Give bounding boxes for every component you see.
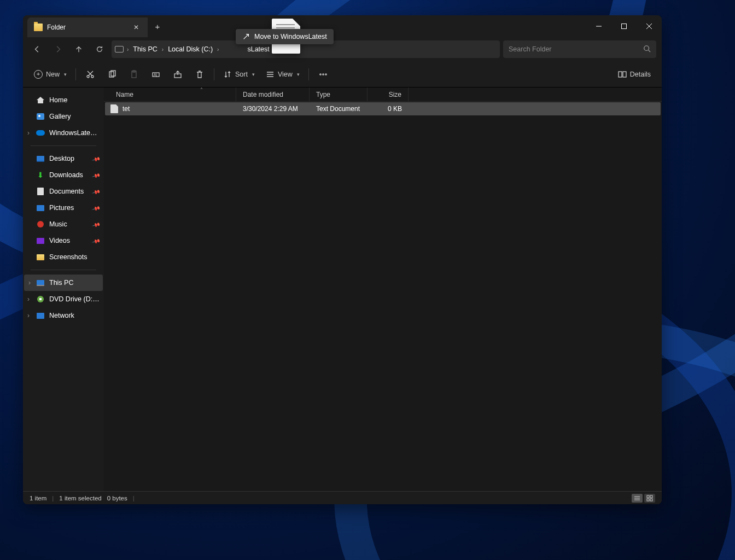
pin-icon: 📌 — [92, 171, 101, 179]
svg-point-7 — [91, 75, 94, 78]
sidebar-item-documents[interactable]: Documents📌 — [23, 183, 104, 200]
details-view-toggle[interactable] — [632, 494, 643, 503]
chevron-down-icon: ▾ — [64, 72, 67, 77]
folder-icon — [34, 24, 43, 31]
svg-point-4 — [644, 45, 649, 50]
svg-rect-24 — [623, 72, 626, 77]
sidebar-item-screenshots[interactable]: Screenshots — [23, 249, 104, 265]
sidebar-item-downloads[interactable]: ⬇Downloads📌 — [23, 167, 104, 183]
sidebar-item-videos[interactable]: Videos📌 — [23, 232, 104, 249]
paste-button[interactable] — [124, 66, 144, 83]
column-date[interactable]: Date modified — [236, 88, 310, 101]
new-tab-button[interactable]: + — [148, 15, 167, 37]
breadcrumb-folder[interactable]: Folder — [278, 45, 301, 53]
chevron-right-icon[interactable]: › — [125, 46, 131, 52]
sidebar-item-music[interactable]: Music📌 — [23, 216, 104, 232]
minimize-button[interactable] — [586, 15, 611, 37]
svg-rect-30 — [647, 499, 649, 501]
video-icon — [37, 238, 44, 244]
rename-button[interactable]: A| — [146, 66, 166, 83]
chevron-right-icon[interactable]: › — [160, 46, 166, 52]
svg-point-20 — [320, 73, 321, 74]
share-button[interactable] — [168, 66, 188, 83]
cloud-icon — [36, 130, 45, 136]
column-name[interactable]: Name — [104, 88, 236, 101]
view-label: View — [278, 71, 293, 78]
folder-icon — [37, 254, 44, 260]
pc-icon — [37, 280, 44, 286]
sidebar-item-gallery[interactable]: Gallery — [23, 108, 104, 125]
details-icon — [618, 70, 627, 79]
svg-point-21 — [323, 73, 324, 74]
search-box[interactable] — [503, 40, 656, 58]
new-button[interactable]: + New ▾ — [30, 66, 71, 83]
pc-icon — [115, 46, 124, 52]
pin-icon: 📌 — [92, 203, 101, 212]
column-size[interactable]: Size — [368, 88, 409, 101]
details-button[interactable]: Details — [614, 66, 655, 83]
svg-text:A|: A| — [154, 73, 158, 77]
pictures-icon — [37, 205, 44, 211]
view-icon — [266, 70, 275, 79]
column-headers: Name Date modified Type Size — [104, 88, 662, 102]
close-button[interactable] — [637, 15, 662, 37]
chevron-right-icon[interactable]: › — [272, 46, 278, 52]
svg-point-22 — [325, 73, 326, 74]
copy-button[interactable] — [102, 66, 122, 83]
sidebar-item-home[interactable]: Home — [23, 92, 104, 108]
new-label: New — [46, 71, 60, 78]
file-type: Text Document — [310, 105, 368, 113]
pin-icon: 📌 — [92, 187, 101, 196]
svg-line-5 — [649, 50, 651, 52]
tab-close-button[interactable]: ✕ — [131, 22, 141, 32]
sidebar-item-thispc[interactable]: This PC — [24, 275, 103, 291]
disc-icon — [37, 296, 44, 302]
sidebar-item-desktop[interactable]: Desktop📌 — [23, 150, 104, 167]
file-list-area[interactable]: Name Date modified Type Size tet 3/30/20… — [104, 88, 662, 491]
search-input[interactable] — [509, 45, 643, 53]
cut-button[interactable] — [80, 66, 100, 83]
file-size: 0 KB — [368, 105, 409, 113]
chevron-right-icon[interactable]: › — [215, 46, 221, 52]
column-type[interactable]: Type — [310, 88, 368, 101]
sidebar-item-pictures[interactable]: Pictures📌 — [23, 200, 104, 216]
status-bytes: 0 bytes — [107, 495, 127, 501]
up-button[interactable] — [70, 40, 88, 58]
svg-rect-23 — [619, 72, 622, 77]
svg-point-6 — [87, 75, 89, 78]
maximize-button[interactable] — [611, 15, 637, 37]
sort-label: Sort — [235, 71, 248, 78]
back-button[interactable] — [28, 40, 46, 58]
chevron-down-icon: ▾ — [297, 72, 300, 77]
download-icon: ⬇ — [36, 171, 45, 179]
svg-rect-31 — [650, 499, 652, 501]
plus-icon: + — [34, 70, 43, 79]
drag-tooltip-label: Move to WindowsLatest — [254, 33, 327, 40]
sort-button[interactable]: Sort ▾ — [219, 66, 259, 83]
refresh-button[interactable] — [91, 40, 108, 58]
search-icon[interactable] — [643, 45, 651, 54]
view-button[interactable]: View ▾ — [261, 66, 304, 83]
tab-folder[interactable]: Folder ✕ — [27, 18, 148, 37]
titlebar[interactable]: Folder ✕ + — [23, 15, 662, 37]
pin-icon: 📌 — [92, 220, 101, 229]
document-icon — [37, 188, 44, 195]
sidebar-item-onedrive[interactable]: WindowsLatest - Pe — [23, 125, 104, 141]
breadcrumb-thispc[interactable]: This PC — [131, 45, 159, 53]
drag-tooltip: Move to WindowsLatest — [236, 29, 334, 44]
more-button[interactable] — [313, 66, 333, 83]
forward-button[interactable] — [49, 40, 67, 58]
sidebar: Home Gallery WindowsLatest - Pe Desktop📌… — [23, 88, 104, 491]
delete-button[interactable] — [190, 66, 209, 83]
desktop-icon — [37, 156, 44, 162]
network-icon — [37, 313, 44, 319]
file-row[interactable]: tet 3/30/2024 2:29 AM Text Document 0 KB — [105, 102, 661, 115]
music-icon — [37, 221, 44, 228]
gallery-icon — [37, 113, 44, 120]
breadcrumb-localdisk[interactable]: Local Disk (C:) — [166, 45, 215, 53]
breadcrumb-windowslatest[interactable]: sLatest — [221, 45, 271, 53]
sidebar-item-network[interactable]: Network — [23, 307, 104, 324]
thumbnails-view-toggle[interactable] — [644, 494, 655, 503]
sidebar-item-dvd[interactable]: DVD Drive (D:) CCC — [23, 291, 104, 307]
file-date: 3/30/2024 2:29 AM — [236, 105, 310, 113]
